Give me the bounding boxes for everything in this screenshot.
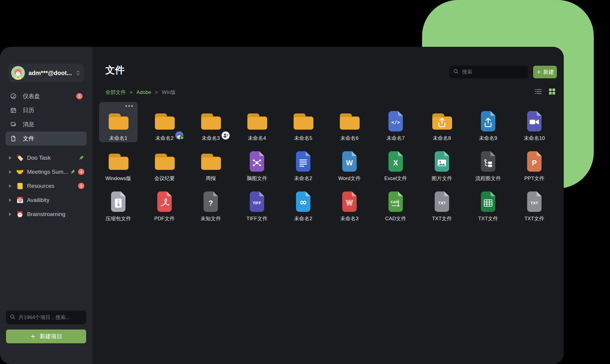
new-file-label: 新建 bbox=[543, 68, 554, 76]
tile-more-menu[interactable]: ••• bbox=[125, 103, 134, 109]
folder-icon bbox=[337, 109, 362, 134]
project-search[interactable] bbox=[6, 311, 86, 324]
file-icon-flow bbox=[476, 149, 501, 174]
file-tile[interactable]: ?未知文件 bbox=[192, 182, 230, 223]
file-label: 脑图文件 bbox=[247, 175, 267, 182]
project-item[interactable]: 📒 Resources3 bbox=[5, 179, 87, 193]
file-icon-image bbox=[429, 149, 454, 174]
sidebar-item-calendar[interactable]: 日历 bbox=[5, 103, 87, 117]
expander-triangle-icon[interactable] bbox=[9, 198, 12, 202]
folder-tile[interactable]: ••• 未命名1 bbox=[99, 102, 137, 142]
folder-tile[interactable]: Windows版 bbox=[99, 142, 137, 182]
file-icon-doclines bbox=[291, 149, 316, 174]
file-tile[interactable]: 未命名2 bbox=[284, 142, 322, 182]
breadcrumb-link-adobe[interactable]: Adobe bbox=[136, 89, 151, 95]
folder-icon bbox=[106, 149, 131, 174]
new-file-button[interactable]: 新建 bbox=[533, 66, 557, 78]
svg-text:W: W bbox=[346, 159, 353, 167]
expander-triangle-icon[interactable] bbox=[9, 156, 12, 160]
breadcrumb: 全部文件 > Adobe > Win版 bbox=[105, 89, 176, 96]
sidebar: adm***@doot... 仪表盘3 日历 消息 文件 🏷️ Doo Task… bbox=[0, 47, 92, 364]
svg-text:TIFF: TIFF bbox=[253, 201, 261, 205]
file-tile[interactable]: </>未命名7 bbox=[376, 102, 415, 142]
folder-tile[interactable]: 未命名8 bbox=[423, 102, 461, 142]
notification-badge: 3 bbox=[76, 93, 83, 99]
file-tile[interactable]: TXT文件 bbox=[469, 182, 507, 223]
file-label: TIFF文件 bbox=[246, 215, 267, 222]
file-label: 周报 bbox=[206, 175, 216, 182]
dashboard-icon bbox=[10, 93, 17, 100]
file-tile[interactable]: 未命名10 bbox=[515, 102, 554, 142]
project-item[interactable]: ⏰ Brainstroaming bbox=[5, 207, 87, 221]
file-tile[interactable]: W未命名3 bbox=[330, 182, 369, 223]
expander-triangle-icon[interactable] bbox=[9, 170, 12, 174]
project-item[interactable]: 🏷️ Doo Task bbox=[5, 151, 87, 165]
list-view-icon[interactable] bbox=[534, 88, 542, 95]
file-search-input[interactable] bbox=[461, 69, 524, 75]
page: { "colors": { "accent_green": "#8FCE7D",… bbox=[0, 0, 610, 364]
file-tile[interactable]: 压缩包文件 bbox=[99, 182, 137, 223]
project-search-input[interactable] bbox=[18, 314, 83, 321]
grid-view-icon[interactable] bbox=[548, 88, 556, 95]
breadcrumb-link-all-files[interactable]: 全部文件 bbox=[105, 89, 126, 95]
file-tile[interactable]: TXTTXT文件 bbox=[423, 182, 461, 223]
file-label: 未命名9 bbox=[479, 135, 497, 142]
user-account-switcher[interactable]: adm***@doot... bbox=[8, 64, 84, 82]
file-label: 未命名7 bbox=[387, 135, 405, 142]
file-tile[interactable]: ∞未命名2 bbox=[284, 182, 322, 223]
file-tile[interactable]: TIFFTIFF文件 bbox=[238, 182, 276, 223]
project-item[interactable]: 📅 Availibity bbox=[5, 193, 87, 207]
file-icon-cad: CAD bbox=[383, 189, 408, 214]
folder-tile[interactable]: 周报 bbox=[192, 142, 230, 182]
sidebar-item-label: 文件 bbox=[23, 135, 34, 143]
file-icon-letter: P bbox=[522, 149, 547, 174]
folder-tile[interactable]: 未命名5 bbox=[284, 102, 322, 142]
folder-tile[interactable]: 未命名4 bbox=[238, 102, 276, 142]
svg-text:</>: </> bbox=[391, 119, 400, 125]
file-tile[interactable]: TXTTXT文件 bbox=[515, 182, 554, 223]
file-tile[interactable]: PPPT文件 bbox=[515, 142, 554, 182]
file-label: 未命名2 bbox=[294, 215, 312, 222]
file-icon-letter: ? bbox=[198, 189, 223, 214]
document-icon bbox=[10, 135, 17, 142]
main-content: 文件 新建 全部文件 > Adobe > Win版 ••• bbox=[92, 47, 564, 364]
sidebar-projects: 🏷️ Doo Task 🤝 Meetings Sum...3 📒 Resourc… bbox=[5, 151, 87, 221]
file-tile[interactable]: 脑图文件 bbox=[238, 142, 276, 182]
folder-tile[interactable]: 会议纪要 bbox=[145, 142, 184, 182]
folder-tile[interactable]: 未命名2 bbox=[145, 102, 184, 142]
sidebar-item-files[interactable]: 文件 bbox=[5, 131, 87, 146]
file-label: 未命名10 bbox=[524, 135, 545, 142]
expander-triangle-icon[interactable] bbox=[9, 212, 12, 216]
file-search[interactable] bbox=[449, 66, 528, 78]
file-icon-word: TIFF bbox=[244, 189, 270, 214]
file-icon-word: TXT bbox=[429, 189, 454, 214]
file-tile[interactable]: WWord文件 bbox=[330, 142, 369, 182]
folder-icon bbox=[429, 109, 454, 134]
sidebar-item-messages[interactable]: 消息 bbox=[5, 117, 87, 131]
file-tile[interactable]: XExcel文件 bbox=[376, 142, 415, 182]
svg-text:∞: ∞ bbox=[300, 197, 307, 207]
file-tile[interactable]: 未命名9 bbox=[469, 102, 507, 142]
file-label: 压缩包文件 bbox=[106, 215, 131, 222]
expander-triangle-icon[interactable] bbox=[9, 184, 12, 188]
file-tile[interactable]: CADCAD文件 bbox=[376, 182, 415, 223]
file-tile[interactable]: 图片文件 bbox=[423, 142, 461, 182]
svg-text:W: W bbox=[346, 199, 353, 207]
project-emoji: 🏷️ bbox=[16, 154, 23, 161]
folder-tile[interactable]: 未命名6 bbox=[330, 102, 369, 142]
new-project-button[interactable]: 新建项目 bbox=[6, 329, 86, 343]
file-tile[interactable]: PDF文件 bbox=[145, 182, 184, 223]
file-icon-mindmap bbox=[244, 149, 270, 174]
folder-tile[interactable]: 未命名3 bbox=[192, 102, 230, 142]
breadcrumb-separator: > bbox=[155, 89, 158, 95]
plus-icon bbox=[536, 69, 542, 75]
pin-icon bbox=[70, 169, 76, 175]
notification-badge: 3 bbox=[78, 169, 84, 175]
file-label: 会议纪要 bbox=[154, 175, 175, 182]
project-emoji: ⏰ bbox=[16, 211, 23, 218]
project-emoji: 🤝 bbox=[16, 168, 23, 176]
file-tile[interactable]: 流程图文件 bbox=[469, 142, 507, 182]
project-item[interactable]: 🤝 Meetings Sum...3 bbox=[5, 165, 87, 179]
file-icon-word: TXT bbox=[522, 189, 547, 214]
sidebar-item-dashboard[interactable]: 仪表盘3 bbox=[5, 89, 87, 103]
